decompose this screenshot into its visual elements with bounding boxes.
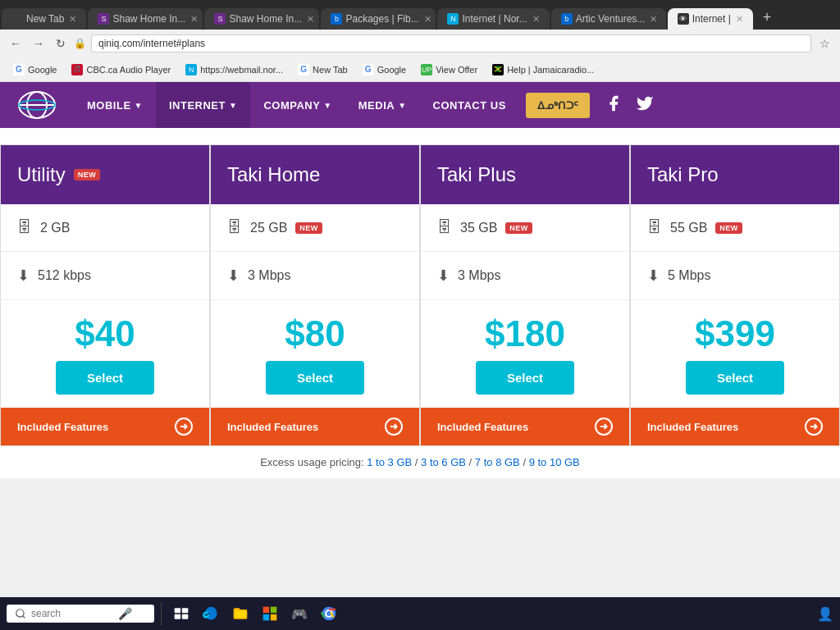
svg-point-4 [16,609,24,617]
included-features-taki-home[interactable]: Included Features ➜ [211,408,419,445]
tab-favicon-6: b [561,13,573,25]
tab-close-2[interactable]: ✕ [190,14,198,25]
taskbar-edge-icon[interactable] [198,602,224,625]
plan-price-taki-pro: $399 [647,313,823,354]
plan-storage-badge-taki-home: NEW [295,222,322,234]
tab-close-7[interactable]: ✕ [736,14,743,25]
taskbar-user-icon[interactable]: 👤 [817,606,833,622]
browser-tab-1[interactable]: New Tab ✕ [2,8,86,30]
nav-twitter[interactable] [629,94,660,116]
select-button-taki-plus[interactable]: Select [476,361,574,395]
storage-icon-taki-home: 🗄 [227,219,242,236]
store-icon [262,605,278,622]
svg-rect-5 [175,608,181,613]
nav-contact[interactable]: CONTACT US [420,82,519,128]
nortel-favicon: N [185,64,197,75]
refresh-button[interactable]: ↻ [52,35,69,52]
tab-favicon-7: 👁 [678,13,689,25]
nav-facebook[interactable] [598,94,629,116]
browser-tab-5[interactable]: N Internet | Nor... ✕ [437,8,549,30]
nav-items: MOBILE ▼ INTERNET ▼ COMPANY ▼ MEDIA ▼ CO… [74,82,824,128]
plan-title-taki-plus: Taki Plus [437,163,516,186]
plan-speed-label-taki-plus: 3 Mbps [458,268,500,283]
chrome-icon [321,605,337,622]
plan-storage-taki-pro: 🗄 55 GB NEW [631,204,839,252]
tab-close-3[interactable]: ✕ [307,14,314,25]
taskbar-search-box[interactable]: 🎤 [7,605,154,623]
tab-favicon-2: S [98,13,109,25]
features-arrow-taki-home: ➜ [385,418,403,436]
site-content: MOBILE ▼ INTERNET ▼ COMPANY ▼ MEDIA ▼ CO… [0,82,840,478]
browser-tab-6[interactable]: b Artic Ventures... ✕ [551,8,666,30]
bookmark-google-2[interactable]: G Google [356,62,413,77]
bookmark-webmail[interactable]: N https://webmail.nor... [179,62,290,77]
taskbar-explorer-icon[interactable] [227,602,253,625]
taskbar-chrome-icon[interactable] [316,602,342,625]
excess-link-2[interactable]: 3 to 6 GB [421,456,466,468]
plan-header-taki-pro: Taki Pro [631,145,839,204]
taskbar-search-input[interactable] [31,608,113,619]
nav-language-button[interactable]: ᐃᓄᒃᑎᑐᑦ [526,93,590,118]
edge-icon [203,605,219,622]
taskbar-store-icon[interactable] [257,602,283,625]
tab-close-6[interactable]: ✕ [650,14,657,25]
plan-storage-taki-home: 🗄 25 GB NEW [211,204,419,252]
address-input[interactable] [91,34,811,52]
bookmark-newtab[interactable]: G New Tab [291,62,354,77]
taskbar-task-view[interactable] [168,602,194,625]
plan-card-taki-pro: Taki Pro 🗄 55 GB NEW ⬇ 5 Mbps $399 Selec… [630,144,840,446]
bookmark-cbc[interactable]: 🎵 CBC.ca Audio Player [65,62,177,77]
excess-link-1[interactable]: 1 to 3 GB [367,456,412,468]
nav-company[interactable]: COMPANY ▼ [250,82,345,128]
included-features-label-taki-home: Included Features [227,421,318,433]
speed-icon-taki-home: ⬇ [227,267,240,285]
back-button[interactable]: ← [7,35,25,52]
tab-close-1[interactable]: ✕ [69,14,76,25]
nav-media[interactable]: MEDIA ▼ [345,82,420,128]
bookmark-google-1[interactable]: G Google [7,62,63,77]
jam-favicon: 🇯🇲 [492,64,504,75]
forward-button[interactable]: → [30,35,48,52]
plan-storage-badge-taki-pro: NEW [715,222,742,234]
tab-favicon-3: S [214,13,226,25]
select-button-taki-pro[interactable]: Select [686,361,784,395]
included-features-utility[interactable]: Included Features ➜ [1,408,209,445]
included-features-taki-plus[interactable]: Included Features ➜ [421,408,629,445]
plan-card-utility: Utility NEW 🗄 2 GB ⬇ 512 kbps $40 Select [0,144,210,446]
google-favicon-3: G [363,64,374,75]
excess-link-3[interactable]: 7 to 8 GB [475,456,520,468]
plan-card-taki-plus: Taki Plus 🗄 35 GB NEW ⬇ 3 Mbps $180 Sele… [420,144,630,446]
nav-language-label: ᐃᓄᒃᑎᑐᑦ [537,99,578,112]
cbc-favicon: 🎵 [71,64,83,75]
features-arrow-taki-plus: ➜ [595,418,613,436]
browser-tab-3[interactable]: S Shaw Home In... ✕ [204,8,319,30]
nav-internet[interactable]: INTERNET ▼ [156,82,250,128]
features-arrow-utility: ➜ [175,418,193,436]
bookmark-viewoffer[interactable]: UP View Offer [414,62,484,77]
footer-note: Excess usage pricing: 1 to 3 GB / 3 to 6… [0,446,840,478]
bookmark-jamaica[interactable]: 🇯🇲 Help | Jamaicaradio... [486,62,600,77]
select-button-utility[interactable]: Select [56,361,154,395]
excess-link-4[interactable]: 9 to 10 GB [529,456,580,468]
taskbar-games-icon[interactable]: 🎮 [286,602,313,625]
included-features-label-utility: Included Features [17,421,108,433]
nav-mobile[interactable]: MOBILE ▼ [74,82,156,128]
plan-price-section-taki-home: $80 Select [211,300,419,408]
plan-header-utility: Utility NEW [1,145,209,204]
select-button-taki-home[interactable]: Select [266,361,364,395]
svg-rect-9 [263,607,270,614]
tab-close-5[interactable]: ✕ [532,14,540,25]
plans-grid: Utility NEW 🗄 2 GB ⬇ 512 kbps $40 Select [0,144,840,446]
browser-tab-7[interactable]: 👁 Internet | ✕ [668,8,753,30]
file-explorer-icon [232,605,249,622]
included-features-taki-pro[interactable]: Included Features ➜ [631,408,839,445]
browser-tab-4[interactable]: b Packages | Fib... ✕ [321,8,436,30]
bookmark-button[interactable]: ☆ [816,35,833,52]
plan-price-utility: $40 [17,313,193,354]
bookmark-label-newtab: New Tab [313,65,348,75]
tab-close-4[interactable]: ✕ [424,14,431,25]
new-tab-button[interactable]: + [756,6,778,30]
task-view-icon [173,606,189,621]
browser-tab-2[interactable]: S Shaw Home In... ✕ [88,8,203,30]
plan-storage-label-taki-home: 25 GB [250,221,287,235]
